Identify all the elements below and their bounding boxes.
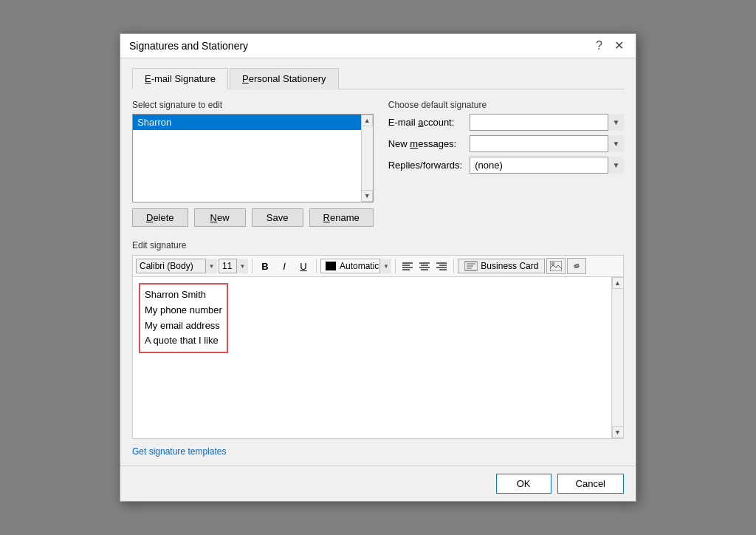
align-right-icon (436, 262, 447, 270)
email-account-select[interactable] (470, 114, 624, 131)
sig-line-2: My phone number (145, 303, 222, 318)
dialog-title: Signatures and Stationery (129, 40, 248, 52)
align-left-button[interactable] (399, 259, 416, 273)
default-sig-grid: E-mail account: ▼ New messages: (388, 114, 624, 174)
font-select-wrap: Calibri (Body) ▼ (136, 259, 217, 273)
edit-scroll-up[interactable]: ▲ (612, 277, 624, 289)
new-button[interactable]: New (194, 208, 246, 227)
sep4 (453, 259, 454, 273)
insert-image-button[interactable] (546, 258, 566, 274)
underline-button[interactable]: U (295, 258, 312, 274)
italic-button[interactable]: I (275, 258, 293, 274)
sep2 (316, 259, 317, 273)
select-sig-section: Select signature to edit Sharron ▲ ▼ Del… (132, 100, 374, 227)
edit-area-wrapper: Sharron Smith My phone number My email a… (132, 276, 624, 439)
default-sig-section: Choose default signature E-mail account:… (388, 100, 624, 227)
svg-point-17 (551, 262, 554, 265)
bottom-link-section: Get signature templates (132, 446, 624, 457)
sig-content-box: Sharron Smith My phone number My email a… (139, 283, 228, 353)
sig-templates-link[interactable]: Get signature templates (132, 446, 226, 457)
color-swatch (326, 262, 336, 270)
sep1 (252, 259, 252, 273)
edit-sig-section: Edit signature Calibri (Body) ▼ 11 ▼ (132, 240, 624, 439)
business-card-icon (464, 261, 478, 271)
insert-hyperlink-button[interactable] (567, 258, 586, 274)
align-left-icon (402, 262, 413, 270)
delete-button[interactable]: Delete (132, 208, 188, 227)
edit-sig-label: Edit signature (132, 240, 624, 251)
sig-line-1: Sharron Smith (145, 287, 222, 303)
sig-scrollbar: ▲ ▼ (361, 115, 373, 202)
hyperlink-icon (571, 261, 583, 271)
business-card-button[interactable]: Business Card (458, 259, 545, 273)
align-center-button[interactable] (416, 259, 433, 273)
color-select-wrap: Automatic ▼ (320, 259, 391, 273)
align-right-button[interactable] (433, 259, 450, 273)
edit-scrollbar: ▲ ▼ (611, 277, 623, 438)
sig-list: Sharron (133, 115, 361, 202)
rename-button[interactable]: Rename (309, 208, 374, 227)
email-account-select-wrap: ▼ (470, 114, 624, 131)
save-button[interactable]: Save (252, 208, 303, 227)
new-messages-select[interactable] (470, 135, 624, 152)
dialog-window: Signatures and Stationery ? ✕ E-mail Sig… (120, 33, 636, 502)
new-messages-label: New messages: (388, 138, 462, 149)
default-sig-title: Choose default signature (388, 100, 624, 110)
title-controls: ? ✕ (593, 40, 627, 52)
sig-list-item[interactable]: Sharron (133, 115, 361, 130)
font-select[interactable]: Calibri (Body) (136, 259, 217, 273)
sep3 (395, 259, 396, 273)
signature-edit-area[interactable]: Sharron Smith My phone number My email a… (133, 277, 611, 438)
select-sig-label: Select signature to edit (132, 100, 374, 110)
main-two-col: Select signature to edit Sharron ▲ ▼ Del… (132, 100, 624, 227)
business-card-label: Business Card (481, 261, 538, 271)
scroll-up-arrow[interactable]: ▲ (361, 115, 373, 126)
scroll-down-arrow[interactable]: ▼ (361, 190, 373, 202)
tab-email-signature[interactable]: E-mail Signature (132, 68, 228, 89)
align-buttons (399, 259, 450, 273)
replies-forwards-select-wrap: (none) ▼ (470, 157, 624, 174)
edit-scroll-track (612, 289, 624, 426)
dialog-footer: OK Cancel (120, 466, 636, 501)
sig-list-wrapper: Sharron ▲ ▼ (132, 114, 374, 202)
ok-button[interactable]: OK (496, 474, 551, 494)
sig-line-4: A quote that I like (145, 333, 222, 349)
align-center-icon (419, 262, 430, 270)
edit-scroll-down[interactable]: ▼ (612, 426, 624, 438)
size-select[interactable]: 11 (219, 259, 248, 273)
close-button[interactable]: ✕ (611, 40, 627, 52)
title-bar: Signatures and Stationery ? ✕ (120, 34, 636, 58)
dialog-content: E-mail Signature Personal Stationery Sel… (120, 58, 636, 466)
tab-personal-stationery[interactable]: Personal Stationery (230, 68, 338, 89)
help-button[interactable]: ? (593, 40, 605, 52)
cancel-button[interactable]: Cancel (557, 474, 624, 494)
bold-button[interactable]: B (256, 258, 274, 274)
sig-toolbar: Calibri (Body) ▼ 11 ▼ B I U (132, 255, 624, 276)
color-label[interactable]: Automatic (320, 259, 391, 273)
email-account-label: E-mail account: (388, 117, 462, 128)
replies-forwards-select[interactable]: (none) (470, 157, 624, 174)
color-text: Automatic (340, 261, 379, 271)
replies-forwards-label: Replies/forwards: (388, 160, 462, 171)
tab-bar: E-mail Signature Personal Stationery (132, 67, 624, 89)
sig-buttons-row: Delete New Save Rename (132, 208, 374, 227)
insert-image-icon (550, 261, 562, 271)
new-messages-select-wrap: ▼ (470, 135, 624, 152)
sig-line-3: My email address (145, 318, 222, 334)
size-select-wrap: 11 ▼ (219, 259, 248, 273)
